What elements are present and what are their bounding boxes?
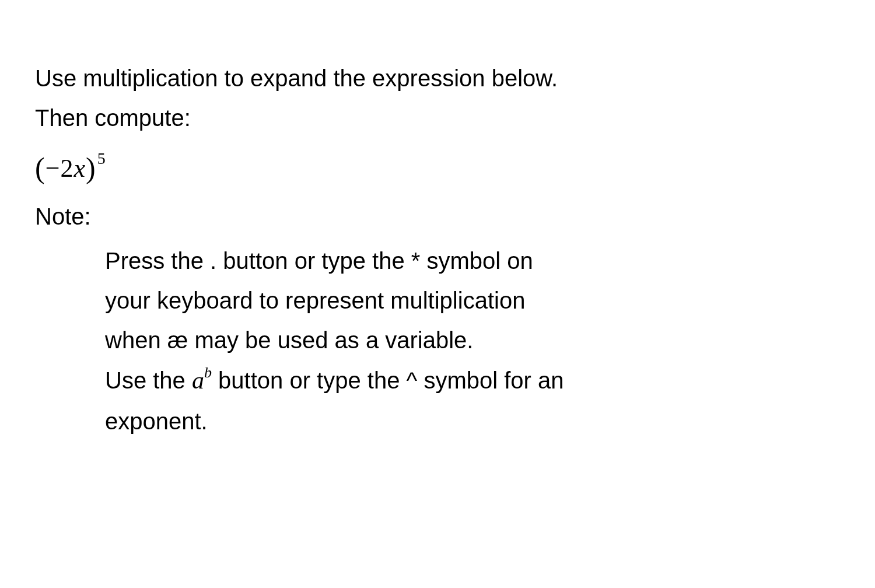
- note-2-prefix: Use the: [105, 368, 192, 393]
- note-2: Use the ab button or type the ^ symbol f…: [105, 360, 817, 441]
- ab-button: ab: [192, 367, 212, 394]
- coefficient: 2: [60, 154, 74, 183]
- left-paren: (: [35, 152, 46, 184]
- note-label: Note:: [35, 197, 840, 236]
- notes-section: Press the . button or type the * symbol …: [35, 241, 840, 441]
- note-1: Press the . button or type the * symbol …: [105, 241, 817, 360]
- variable-x: x: [74, 154, 86, 183]
- note-2-middle: button or type the ^ symbol for an: [212, 368, 564, 393]
- exponent: 5: [97, 149, 106, 167]
- right-paren: ): [86, 152, 96, 184]
- note-1-line-2: your keyboard to represent multiplicatio…: [105, 281, 817, 320]
- exp-b: b: [204, 364, 212, 381]
- instruction-line-1: Use multiplication to expand the express…: [35, 58, 840, 98]
- instruction-line-2: Then compute:: [35, 98, 840, 138]
- minus-sign: −: [46, 154, 61, 183]
- note-2-line-1: Use the ab button or type the ^ symbol f…: [105, 360, 817, 401]
- base-a: a: [192, 367, 204, 394]
- math-expression: (−2x)5: [35, 142, 840, 192]
- instruction-text: Use multiplication to expand the express…: [35, 58, 840, 138]
- note-2-line-2: exponent.: [105, 401, 817, 441]
- note-1-line-3: when æ may be used as a variable.: [105, 320, 817, 360]
- note-1-line-1: Press the . button or type the * symbol …: [105, 241, 817, 281]
